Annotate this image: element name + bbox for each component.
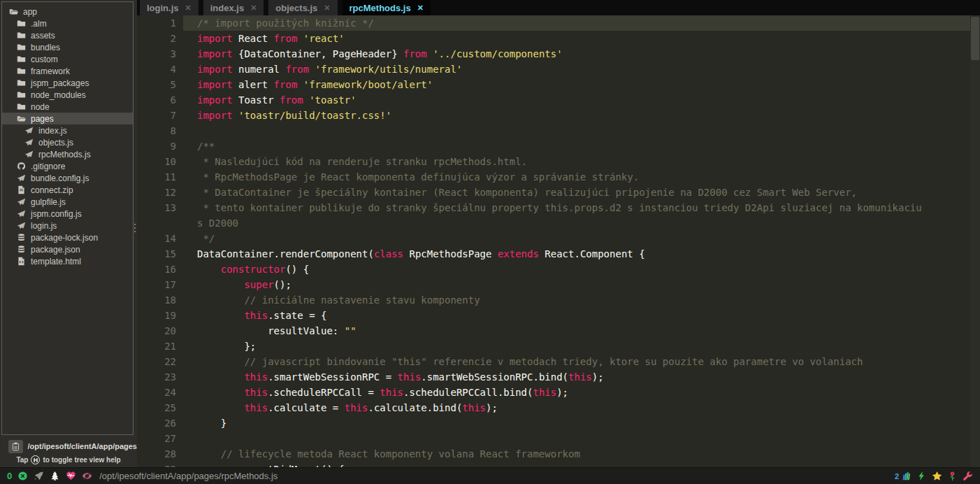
tree-item-package-lock.json[interactable]: package-lock.json <box>2 232 133 243</box>
html-file-icon <box>17 257 27 266</box>
tree-item-custom[interactable]: custom <box>2 53 133 65</box>
tree-item-template.html[interactable]: template.html <box>2 255 133 267</box>
code-line-text[interactable]: * Nasledujúci kód na renderuje stranku r… <box>183 154 970 169</box>
tab-bar: login.js✕index.js✕objects.js✕rpcMethods.… <box>137 0 980 15</box>
code-line-text[interactable]: */ <box>183 231 970 246</box>
tree-item-label: gulpfile.js <box>31 197 66 207</box>
tree-item-.alm[interactable]: .alm <box>2 17 133 29</box>
active-file-path: /opt/ipesoft/clientA/app/pages/rpcMethod… <box>99 471 278 481</box>
code-line-text[interactable]: /** <box>183 138 970 154</box>
editor-scrollbar-track[interactable] <box>970 15 980 467</box>
tree-item-node-modules[interactable]: node_modules <box>2 89 133 101</box>
js-file-icon <box>17 173 27 183</box>
line-number: 1 <box>137 15 183 31</box>
code-line-24: 24 this.scheduleRPCCall = this.scheduleR… <box>137 385 970 400</box>
sidebar-resize-handle[interactable] <box>134 224 136 232</box>
code-line-text[interactable]: /* import použitých knižníc */ <box>183 15 970 31</box>
tree-item-framework[interactable]: framework <box>2 65 133 77</box>
lightning-icon[interactable] <box>916 471 927 481</box>
minimap-badge: 2 <box>895 472 899 481</box>
tree-item-index.js[interactable]: index.js <box>2 124 133 136</box>
tree-item-objects.js[interactable]: objects.js <box>2 136 133 148</box>
code-line-text[interactable]: import alert from 'framework/boot/alert' <box>183 77 970 92</box>
js-file-icon <box>24 150 34 159</box>
code-line-text[interactable]: this.smartWebSessionRPC = this.smartWebS… <box>183 369 970 385</box>
tree-icon[interactable] <box>50 471 60 481</box>
code-line-text[interactable]: * tento kontainer publikuje do stranky š… <box>183 200 970 215</box>
tab-index.js[interactable]: index.js✕ <box>203 0 264 15</box>
tab-close-icon[interactable]: ✕ <box>185 3 192 13</box>
code-line-23: 23 this.smartWebSessionRPC = this.smartW… <box>137 369 970 385</box>
code-line-4: 4import numeral from 'framework/utils/nu… <box>137 62 970 77</box>
editor-scrollbar-thumb[interactable] <box>971 17 979 60</box>
tree-item-jspm.config.js[interactable]: jspm.config.js <box>2 208 133 220</box>
tree-item-.gitignore[interactable]: .gitignore <box>2 160 133 172</box>
rocket-icon[interactable] <box>34 471 44 481</box>
code-line-text[interactable]: DataContainer.renderComponent(class RpcM… <box>183 246 970 262</box>
line-number: 5 <box>137 77 183 92</box>
heart-pulse-icon[interactable] <box>66 471 76 481</box>
code-line-text[interactable]: // iniciálne nastavenie stavu komponenty <box>183 292 970 308</box>
tree-item-connect.zip[interactable]: connect.zip <box>2 184 133 196</box>
code-line-text[interactable]: resultValue: "" <box>183 323 970 339</box>
line-number: 21 <box>137 339 183 354</box>
code-line-text[interactable]: // javascript bindovanie "this" referenc… <box>183 354 970 369</box>
code-line-text[interactable]: * RpcMethodsPage je React komponenta def… <box>183 169 970 185</box>
tab-close-icon[interactable]: ✕ <box>250 3 257 13</box>
code-line-text[interactable]: this.scheduleRPCCall = this.scheduleRPCC… <box>183 385 970 400</box>
code-line-text[interactable]: // lifecycle metoda React komponenty vol… <box>183 446 970 462</box>
code-line-text[interactable]: import numeral from 'framework/utils/num… <box>183 62 970 77</box>
code-area: 1/* import použitých knižníc */2import R… <box>137 15 970 467</box>
tree-item-pages[interactable]: pages <box>2 113 133 124</box>
line-number: 6 <box>137 92 183 108</box>
code-line-text[interactable]: this.calculate = this.calculate.bind(thi… <box>183 400 970 415</box>
folder-open-icon <box>9 7 19 17</box>
code-line-27: 27 <box>137 431 970 446</box>
star-icon[interactable] <box>932 471 942 481</box>
wrench-icon[interactable] <box>963 471 973 481</box>
tab-rpcMethods.js[interactable]: rpcMethods.js✕ <box>343 0 431 15</box>
folder-icon <box>17 66 27 76</box>
tab-close-icon[interactable]: ✕ <box>417 3 424 13</box>
code-line-16: 16 constructor() { <box>137 262 970 277</box>
code-line-8: 8 <box>137 123 970 138</box>
js-file-icon <box>17 209 27 219</box>
eye-slash-icon[interactable] <box>82 471 92 481</box>
database-icon <box>17 233 27 243</box>
circle-x-icon[interactable] <box>17 471 28 481</box>
tree-item-bundle.config.js[interactable]: bundle.config.js <box>2 172 133 184</box>
code-line-text[interactable]: import React from 'react' <box>183 31 970 46</box>
tab-close-icon[interactable]: ✕ <box>324 3 330 13</box>
code-line-text[interactable]: super(); <box>183 277 970 292</box>
copy-path-button[interactable] <box>8 440 23 453</box>
code-line-text[interactable]: constructor() { <box>183 262 970 277</box>
flower-icon[interactable] <box>947 471 958 481</box>
code-editor[interactable]: 1/* import použitých knižníc */2import R… <box>137 15 980 467</box>
atom-editor-window: app.almassetsbundlescustomframeworkjspm_… <box>0 0 980 484</box>
code-line-text[interactable]: this.state = { <box>183 308 970 323</box>
tree-item-label: bundle.config.js <box>31 173 89 183</box>
tree-item-node[interactable]: node <box>2 101 133 113</box>
code-line-text[interactable]: import Toastr from 'toastr' <box>183 92 970 108</box>
tree-item-gulpfile.js[interactable]: gulpfile.js <box>2 196 133 208</box>
code-line-text[interactable]: }; <box>183 339 970 354</box>
code-line-text[interactable]: * DataContainer je špeciálny kontainer (… <box>183 185 970 200</box>
chart-bars-icon[interactable] <box>901 471 911 481</box>
code-line-text[interactable]: s D2000 <box>183 215 970 231</box>
code-line-text[interactable] <box>183 123 970 138</box>
code-line-text[interactable]: import {DataContainer, PageHeader} from … <box>183 46 970 62</box>
code-line-text[interactable]: import 'toastr/build/toastr.css!' <box>183 108 970 123</box>
code-line-text[interactable]: } <box>183 415 970 431</box>
tree-item-package.json[interactable]: package.json <box>2 243 133 255</box>
code-line-text[interactable] <box>183 431 970 446</box>
tree-item-jspm-packages[interactable]: jspm_packages <box>2 77 133 89</box>
line-number: 9 <box>137 138 183 154</box>
tab-login.js[interactable]: login.js✕ <box>140 0 199 15</box>
tree-item-app[interactable]: app <box>2 6 133 17</box>
tab-objects.js[interactable]: objects.js✕ <box>268 0 337 15</box>
tree-item-assets[interactable]: assets <box>2 29 133 41</box>
tree-item-login.js[interactable]: login.js <box>2 220 133 232</box>
tree-item-bundles[interactable]: bundles <box>2 41 133 53</box>
code-line-text[interactable]: componentDidMount() { <box>183 462 970 467</box>
tree-item-rpcMethods.js[interactable]: rpcMethods.js <box>2 148 133 160</box>
